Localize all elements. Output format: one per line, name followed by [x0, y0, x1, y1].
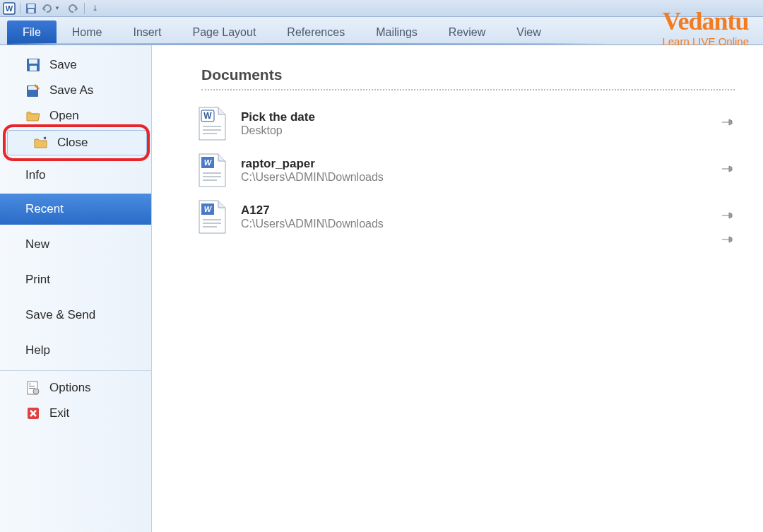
svg-rect-12	[29, 386, 35, 386]
svg-text:W: W	[204, 158, 213, 167]
tab-file[interactable]: File	[7, 20, 57, 45]
file-sidebar: Save Save As Open Close Info	[0, 45, 152, 532]
svg-rect-19	[203, 129, 221, 131]
redo-icon[interactable]	[67, 2, 80, 15]
exit-icon	[25, 406, 41, 421]
svg-rect-3	[28, 4, 35, 8]
tab-review[interactable]: Review	[433, 20, 501, 45]
undo-icon[interactable]	[40, 2, 53, 15]
sidebar-label: Save	[49, 58, 77, 72]
divider	[201, 89, 735, 90]
doc-info: A127 C:\Users\ADMIN\Downloads	[241, 203, 735, 230]
tab-references[interactable]: References	[271, 20, 360, 45]
svg-rect-7	[30, 66, 37, 71]
ribbon: File Home Insert Page Layout References …	[0, 17, 763, 45]
doc-name: raptor_paper	[241, 157, 735, 171]
panel-title: Documents	[201, 66, 735, 83]
svg-rect-13	[29, 388, 35, 389]
sidebar-label: Print	[25, 273, 50, 287]
sidebar-label: Exit	[49, 406, 69, 420]
svg-rect-28	[203, 219, 221, 220]
sidebar-item-recent[interactable]: Recent	[0, 194, 151, 225]
svg-rect-4	[28, 9, 34, 13]
save-as-icon	[25, 83, 41, 98]
sidebar-item-save[interactable]: Save	[0, 52, 151, 78]
svg-rect-23	[203, 172, 221, 174]
tab-insert[interactable]: Insert	[117, 20, 177, 45]
sidebar-label: Open	[49, 109, 79, 123]
sidebar-item-close[interactable]: Close	[7, 130, 147, 155]
pin-icon[interactable]	[721, 164, 735, 177]
sidebar-item-open[interactable]: Open	[0, 103, 151, 129]
sidebar-item-help[interactable]: Help	[0, 338, 151, 363]
sidebar-label: New	[25, 237, 49, 252]
sidebar-separator	[0, 370, 151, 371]
svg-text:W: W	[6, 4, 13, 13]
doc-info: Pick the date Desktop	[241, 110, 735, 137]
pin-icon[interactable]	[721, 117, 735, 130]
sidebar-label: Info	[25, 168, 45, 182]
sidebar-item-info[interactable]: Info	[0, 162, 151, 188]
save-icon[interactable]	[25, 2, 37, 15]
svg-rect-6	[29, 59, 37, 64]
sidebar-item-print[interactable]: Print	[0, 267, 151, 292]
doc-path: Desktop	[241, 124, 735, 137]
sidebar-item-save-send[interactable]: Save & Send	[0, 302, 151, 328]
sidebar-label: Recent	[25, 202, 64, 216]
recent-doc-row[interactable]: W Pick the date Desktop	[201, 100, 735, 147]
close-folder-icon	[33, 135, 49, 150]
svg-rect-29	[203, 223, 221, 224]
open-folder-icon	[25, 108, 41, 124]
tab-home[interactable]: Home	[57, 20, 118, 45]
recent-documents-panel: Documents W Pick the date Desktop W rapt…	[152, 45, 763, 532]
save-icon	[25, 57, 41, 73]
sidebar-label: Save & Send	[25, 308, 95, 322]
qat-customize-icon[interactable]: ⤓	[89, 2, 102, 15]
separator	[20, 3, 20, 14]
pin-icon[interactable]	[721, 211, 735, 223]
sidebar-item-save-as[interactable]: Save As	[0, 78, 151, 103]
svg-rect-18	[203, 126, 221, 127]
doc-info: raptor_paper C:\Users\ADMIN\Downloads	[241, 157, 735, 184]
doc-path: C:\Users\ADMIN\Downloads	[241, 218, 735, 230]
svg-point-14	[33, 389, 39, 394]
sidebar-item-new[interactable]: New	[0, 232, 151, 257]
recent-doc-row[interactable]: W raptor_paper C:\Users\ADMIN\Downloads	[201, 147, 735, 194]
tab-mailings[interactable]: Mailings	[360, 20, 433, 45]
sidebar-label: Options	[49, 381, 91, 395]
doc-name: A127	[241, 203, 735, 218]
pin-icon[interactable]	[721, 235, 735, 247]
sidebar-label: Save As	[49, 83, 93, 97]
brand-logo: Vedantu	[662, 8, 749, 34]
word-doc-icon: W	[197, 153, 227, 188]
doc-path: C:\Users\ADMIN\Downloads	[241, 171, 735, 184]
svg-text:W: W	[204, 205, 213, 213]
recent-doc-row[interactable]: W A127 C:\Users\ADMIN\Downloads	[201, 194, 735, 240]
word-app-icon: W	[3, 2, 16, 15]
doc-name: Pick the date	[241, 110, 735, 124]
brand-tagline: Learn LIVE Online	[662, 35, 749, 47]
word-doc-icon: W	[197, 199, 227, 235]
svg-text:W: W	[203, 111, 212, 121]
svg-rect-11	[29, 384, 31, 384]
sidebar-label: Help	[25, 343, 50, 357]
tab-view[interactable]: View	[501, 20, 556, 45]
tab-page-layout[interactable]: Page Layout	[177, 20, 271, 45]
backstage-view: Save Save As Open Close Info	[0, 45, 763, 532]
svg-rect-24	[203, 176, 221, 177]
sidebar-label: Close	[57, 136, 88, 150]
svg-rect-20	[203, 133, 217, 134]
undo-dropdown[interactable]: ▼	[54, 5, 60, 11]
title-bar: W ▼ ⤓	[0, 0, 763, 17]
sidebar-item-options[interactable]: Options	[0, 375, 151, 401]
separator	[84, 3, 85, 14]
svg-rect-25	[203, 179, 217, 181]
brand-watermark: Vedantu Learn LIVE Online	[662, 8, 749, 47]
word-doc-icon: W	[197, 106, 227, 141]
svg-rect-30	[203, 226, 217, 227]
options-icon	[25, 380, 41, 396]
sidebar-item-exit[interactable]: Exit	[0, 401, 151, 426]
ribbon-underline	[7, 43, 608, 45]
